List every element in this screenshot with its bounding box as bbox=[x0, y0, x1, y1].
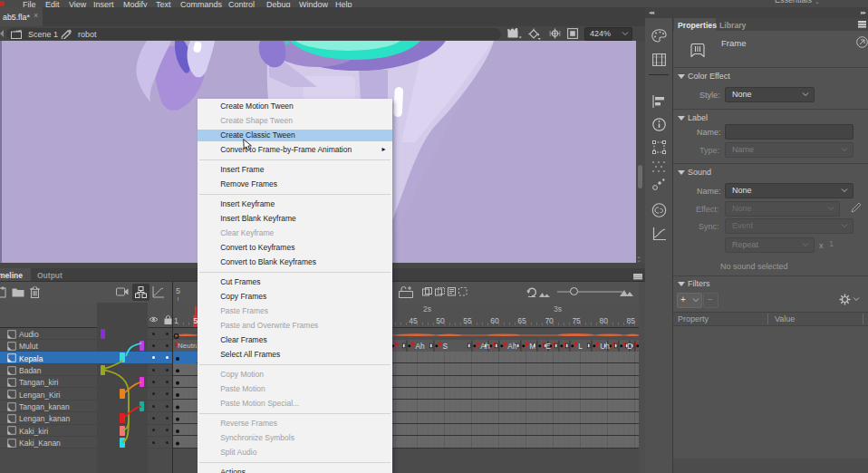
svg-text:Ah: Ah bbox=[507, 342, 517, 351]
svg-text:M: M bbox=[529, 342, 535, 351]
svg-text:Ah: Ah bbox=[480, 342, 490, 351]
svg-text:E: E bbox=[545, 342, 551, 351]
svg-text:S: S bbox=[442, 342, 448, 351]
svg-text:L: L bbox=[578, 342, 583, 351]
svg-text:Uh: Uh bbox=[600, 342, 610, 351]
svg-text:Ah: Ah bbox=[415, 342, 425, 351]
svg-text:D: D bbox=[627, 342, 632, 351]
